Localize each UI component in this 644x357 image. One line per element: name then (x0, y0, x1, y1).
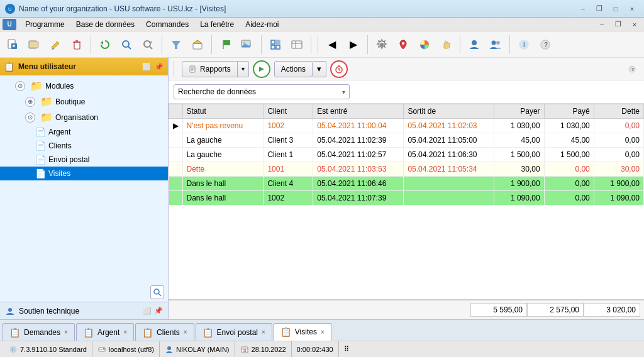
sidebar-detach-button[interactable]: ⬜ (142, 62, 152, 72)
app-icon: U (5, 4, 15, 14)
col-statut-header[interactable]: Statut (182, 104, 264, 119)
table-cell (404, 177, 494, 191)
table-row[interactable]: Dans le hallClient 405.04.2021 11:06:461… (169, 177, 644, 191)
search-button[interactable] (116, 35, 136, 55)
go-button[interactable] (253, 60, 270, 78)
sidebar-item-envoi[interactable]: 📄 Envoi postal (0, 153, 168, 167)
restore-button[interactable]: ❐ (592, 4, 606, 14)
menu-commandes[interactable]: Commandes (141, 19, 194, 30)
menu-la-fenetre[interactable]: La fenêtre (195, 19, 239, 30)
table-row[interactable]: Dans le hall100205.04.2021 11:07:391 090… (169, 191, 644, 206)
sidebar-item-clients[interactable]: 📄 Clients (0, 139, 168, 153)
minimize-button[interactable]: − (576, 4, 590, 14)
col-dette-header[interactable]: Dette (594, 104, 643, 119)
filter-search-button[interactable] (138, 35, 158, 55)
flag-button[interactable] (216, 35, 236, 55)
location-button[interactable] (393, 35, 413, 55)
tab-demandes[interactable]: 📋 Demandes × (3, 323, 75, 341)
sidebar-item-organisation[interactable]: ⊙ 📁 Organisation (0, 109, 168, 125)
timer-button[interactable] (330, 60, 348, 78)
table-row[interactable]: ▶N'est pas revenu100205.04.2021 11:00:04… (169, 119, 644, 133)
table-cell: 05.04.2021 11:02:03 (404, 119, 494, 133)
title-controls: − ❐ □ × (576, 4, 639, 14)
tab-clients-close[interactable]: × (184, 329, 187, 336)
table-cell (169, 133, 183, 148)
tab-clients[interactable]: 📋 Clients × (135, 323, 194, 341)
expand-boutique-btn[interactable]: ⊕ (25, 97, 35, 107)
table-row[interactable]: La gaucheClient 305.04.2021 11:02:3905.0… (169, 133, 644, 148)
table-row[interactable]: Dette100105.04.2021 11:03:5305.04.2021 1… (169, 162, 644, 177)
color-button[interactable] (414, 35, 435, 55)
rapports-button[interactable]: Rapports (182, 61, 238, 77)
rapports-label: Rapports (200, 65, 231, 74)
tab-visites[interactable]: 📋 Visites × (274, 323, 331, 341)
status-version: 7.3.9110.10 Standard (20, 346, 87, 353)
export-button[interactable] (187, 35, 208, 55)
menu-base-donnees[interactable]: Base de données (71, 19, 140, 30)
svg-point-45 (8, 308, 12, 312)
new-button[interactable] (3, 35, 23, 55)
rapports-dropdown-button[interactable]: ▾ (238, 61, 249, 77)
menu-restore-button[interactable]: ❐ (611, 19, 625, 30)
edit-button[interactable] (45, 35, 65, 55)
tab-argent[interactable]: 📋 Argent × (76, 323, 134, 341)
support-detach-button[interactable]: ⬜ (143, 307, 152, 315)
user-button[interactable] (464, 35, 484, 55)
sidebar-pin-button[interactable]: 📌 (154, 62, 164, 72)
support-icon (5, 306, 15, 316)
sidebar-label-boutique: Boutique (55, 97, 85, 106)
menu-close-button[interactable]: × (628, 19, 641, 30)
expand-modules-btn[interactable]: ⊙ (15, 81, 25, 91)
actions-dropdown-button[interactable]: ▾ (313, 61, 326, 77)
expand-org-btn[interactable]: ⊙ (25, 113, 35, 123)
nav-next-button[interactable]: ▶ (343, 35, 364, 55)
grid-button[interactable] (265, 35, 286, 55)
actions-button[interactable]: Actions (274, 61, 313, 77)
sidebar-item-argent[interactable]: 📄 Argent (0, 125, 168, 139)
sidebar-item-visites[interactable]: 📄 Visites (0, 167, 168, 180)
col-entre-header[interactable]: Est entré (313, 104, 404, 119)
col-sorti-header[interactable]: Sortit de (404, 104, 494, 119)
sidebar-search-button[interactable] (150, 285, 164, 299)
menu-aidez-moi[interactable]: Aidez-moi (240, 19, 284, 30)
table-button[interactable] (287, 35, 307, 55)
maximize-button[interactable]: □ (609, 4, 623, 14)
users-button[interactable] (486, 35, 506, 55)
col-payer-header[interactable]: Payer (494, 104, 544, 119)
col-paye-header[interactable]: Payé (544, 104, 594, 119)
open-button[interactable] (24, 35, 44, 55)
tab-envoi-close[interactable]: × (262, 329, 265, 336)
secondary-help-button[interactable]: ? (625, 62, 639, 76)
refresh-button[interactable] (95, 35, 115, 55)
support-pin-button[interactable]: 📌 (154, 307, 163, 315)
menu-minimize-button[interactable]: − (595, 19, 609, 30)
status-date-segment: 31 28.10.2022 (235, 341, 292, 357)
sidebar-item-modules[interactable]: ⊙ 📁 Modules (0, 78, 168, 94)
settings-button[interactable] (372, 35, 392, 55)
table-row[interactable]: La gaucheClient 105.04.2021 11:02:5705.0… (169, 148, 644, 162)
hand-button[interactable] (436, 35, 456, 55)
sidebar-label-modules: Modules (45, 82, 74, 91)
delete-button[interactable] (67, 35, 87, 55)
sidebar-label-envoi: Envoi postal (48, 155, 89, 164)
info-button[interactable]: i (514, 35, 534, 55)
help-button[interactable]: ? (535, 35, 555, 55)
sidebar-title: Menu utilisateur (18, 62, 76, 71)
tab-argent-close[interactable]: × (123, 329, 127, 336)
table-cell: 1002 (264, 119, 313, 133)
menu-programme[interactable]: Programme (20, 19, 70, 30)
tab-visites-label: Visites (295, 327, 317, 336)
sidebar-header-controls: ⬜ 📌 (142, 62, 164, 72)
close-button[interactable]: × (625, 4, 639, 14)
tab-envoi[interactable]: 📋 Envoi postal × (196, 323, 272, 341)
tab-visites-close[interactable]: × (321, 329, 325, 336)
table-cell: 0,00 (544, 191, 594, 206)
image-button[interactable] (237, 35, 257, 55)
sidebar-item-boutique[interactable]: ⊕ 📁 Boutique (0, 94, 168, 109)
filter-button[interactable] (166, 35, 186, 55)
col-client-header[interactable]: Client (264, 104, 313, 119)
search-combo[interactable]: Recherche de données ▾ (174, 84, 350, 99)
tab-demandes-close[interactable]: × (64, 329, 68, 336)
nav-prev-button[interactable]: ◀ (322, 35, 342, 55)
table-cell: 05.04.2021 11:05:00 (404, 133, 494, 148)
